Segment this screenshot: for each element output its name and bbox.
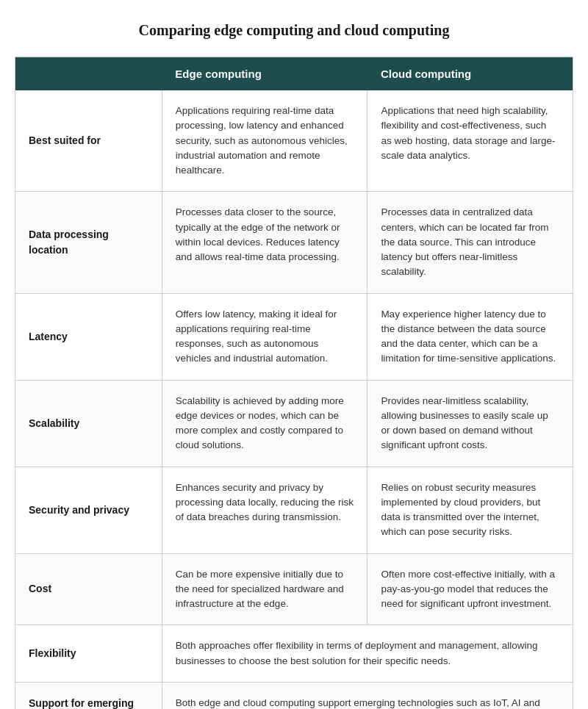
table-body: Best suited forApplications requiring re… [15,90,573,709]
row-category: Flexibility [15,625,162,683]
page-container: Comparing edge computing and cloud compu… [15,22,573,709]
row-edge-content: Can be more expensive initially due to t… [162,553,368,625]
row-category: Data processing location [15,192,162,293]
row-cloud-content: May experience higher latency due to the… [368,293,573,380]
table-row: CostCan be more expensive initially due … [15,553,573,625]
row-edge-content: Scalability is achieved by adding more e… [162,380,368,467]
main-title: Comparing edge computing and cloud compu… [15,22,573,39]
row-edge-content: Both approaches offer flexibility in ter… [162,625,573,683]
row-edge-content: Both edge and cloud computing support em… [162,682,573,709]
header-edge: Edge computing [162,57,368,91]
table-row: FlexibilityBoth approaches offer flexibi… [15,625,573,683]
row-category: Support for emerging technologies [15,682,162,709]
table-row: Support for emerging technologiesBoth ed… [15,682,573,709]
table-row: ScalabilityScalability is achieved by ad… [15,380,573,467]
row-cloud-content: Provides near-limitless scalability, all… [368,380,573,467]
header-category [15,57,162,91]
row-category: Best suited for [15,90,162,192]
header-cloud: Cloud computing [368,57,573,91]
table-row: Security and privacyEnhances security an… [15,467,573,553]
table-header-row: Edge computing Cloud computing [15,57,573,91]
table-row: LatencyOffers low latency, making it ide… [15,293,573,380]
row-category: Scalability [15,380,162,467]
row-edge-content: Offers low latency, making it ideal for … [162,293,368,380]
row-category: Security and privacy [15,467,162,553]
comparison-table: Edge computing Cloud computing Best suit… [15,57,573,709]
row-category: Cost [15,553,162,625]
row-edge-content: Processes data closer to the source, typ… [162,192,368,293]
row-cloud-content: Relies on robust security measures imple… [368,467,573,553]
row-edge-content: Enhances security and privacy by process… [162,467,368,553]
table-row: Data processing locationProcesses data c… [15,192,573,293]
row-cloud-content: Processes data in centralized data cente… [368,192,573,293]
row-category: Latency [15,293,162,380]
row-edge-content: Applications requiring real-time data pr… [162,90,368,192]
row-cloud-content: Applications that need high scalability,… [368,90,573,192]
row-cloud-content: Often more cost-effective initially, wit… [368,553,573,625]
table-row: Best suited forApplications requiring re… [15,90,573,192]
